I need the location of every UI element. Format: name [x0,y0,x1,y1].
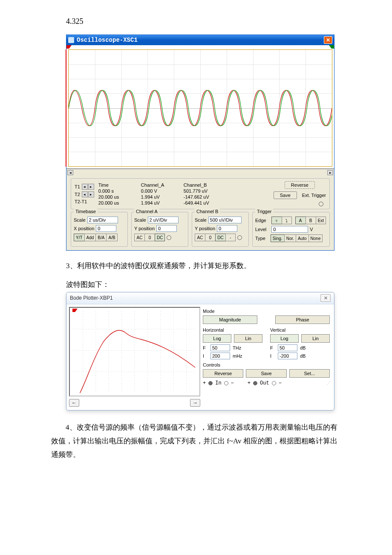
out-plus-port-icon[interactable] [253,381,257,385]
trigger-type-label: Type [255,236,265,241]
close-icon[interactable]: ✕ [324,36,332,44]
trigger-level-label: Level [255,227,266,232]
horiz-log-button[interactable]: Log [203,334,231,343]
bode-nav-right-icon[interactable]: → [190,399,200,407]
timebase-scale-input[interactable]: 2 us/Div [87,217,118,223]
mode-ab-button[interactable]: A/B [106,234,117,241]
trigger-sing-button[interactable]: Sing. [271,234,284,242]
cha-scale-label: Scale [134,217,146,223]
chb-scale-label: Scale [195,217,207,223]
save-button[interactable]: Save [274,191,297,199]
cursor-t2-marker-icon[interactable] [329,45,334,49]
vert-log-button[interactable]: Log [270,334,299,343]
channel-b-group: Channel B Scale 500 uV/Div Y position 0 … [192,212,249,247]
horiz-f-unit: THz [233,345,245,350]
timebase-xpos-input[interactable]: 0 [96,225,116,232]
t2-time: 20.000 us [98,194,137,199]
bode-close-icon[interactable]: ✕ [320,294,331,302]
trigger-nor-button[interactable]: Nor. [284,234,296,242]
phase-button[interactable]: Phase [275,315,330,324]
chb-ypos-input[interactable]: 0 [217,225,237,232]
mode-add-button[interactable]: Add [84,234,96,241]
bode-curve [70,308,199,396]
chb-0-button[interactable]: 0 [205,234,215,241]
timebase-xpos-label: X position [74,226,94,231]
bode-save-button[interactable]: Save [246,369,286,378]
bode-intro-text: 波特图如下： [66,278,341,292]
bode-reverse-button[interactable]: Reverse [203,369,243,378]
ext-trigger-label: Ext. Trigger [302,193,326,198]
magnitude-button[interactable]: Magnitude [203,315,257,324]
vert-f-unit: dB [300,345,313,350]
cursor-t1-marker-icon[interactable] [66,45,72,49]
diff-time: 20.000 us [98,200,137,205]
trigger-src-ext-button[interactable]: Ext [316,217,326,224]
edge-rising-icon[interactable]: ⎀ [271,217,282,224]
vert-i-input[interactable]: -200 [278,353,297,359]
t2-step-left-icon[interactable]: ◂ [82,191,88,197]
vert-f-label: F [270,345,275,350]
horiz-f-label: F [203,345,208,350]
chb-probe-radio[interactable] [237,235,242,240]
out-minus-port-icon[interactable] [272,381,276,385]
horiz-i-label: I [203,353,208,358]
diff-cha: 1.994 uV [141,200,179,205]
diff-chb: -649.441 uV [184,200,222,205]
t1-step-right-icon[interactable]: ▸ [88,184,94,190]
chb-header: Channel_B [184,182,222,188]
oscilloscope-titlebar[interactable]: Oscilloscope-XSC1 ✕ [66,35,334,45]
cha-probe-radio[interactable] [167,235,171,240]
chb-inv-button[interactable]: - [225,234,236,241]
chb-scale-input[interactable]: 500 uV/Div [208,217,242,223]
trigger-src-a-button[interactable]: A [295,217,306,224]
out-label: Out [260,380,269,386]
cha-ac-button[interactable]: AC [134,234,144,241]
oscilloscope-icon [68,37,74,43]
trigger-auto-button[interactable]: Auto [296,234,308,242]
time-header: Time [98,182,137,188]
mode-ba-button[interactable]: B/A [95,234,106,241]
cha-scale-input[interactable]: 2 uV/Div [148,217,179,223]
horiz-f-input[interactable]: 50 [210,344,230,351]
cha-header: Channel_A [141,182,179,188]
cha-ypos-input[interactable]: 0 [156,225,177,232]
t2-cha: 1.994 uV [141,194,179,199]
mode-yt-button[interactable]: Y/T [74,234,84,241]
t2-chb: -147.662 uV [184,194,222,199]
channel-a-group: Channel A Scale 2 uV/Div Y position 0 AC… [131,212,188,247]
bode-set-button[interactable]: Set... [289,369,330,378]
t2-step-right-icon[interactable]: ▸ [88,191,94,197]
vert-f-input[interactable]: 50 [278,344,297,351]
scroll-right-icon[interactable]: ▸ [327,170,333,175]
cursor-t1-label: T1 [75,184,80,189]
edge-falling-icon[interactable]: ⤵ [282,217,292,224]
t1-step-left-icon[interactable]: ◂ [82,184,88,190]
trigger-level-input[interactable]: 0 [271,226,308,233]
oscilloscope-title: Oscilloscope-XSC1 [77,37,138,43]
in-plus-port-icon[interactable] [208,381,213,385]
reverse-button[interactable]: Reverse [285,181,315,189]
cha-dc-button[interactable]: DC [155,234,165,241]
chb-legend: Channel B [195,209,220,214]
bode-nav-left-icon[interactable]: ← [69,399,79,407]
vertical-label: Vertical [270,327,330,332]
chb-ac-button[interactable]: AC [195,234,205,241]
horiz-lin-button[interactable]: Lin [234,334,262,343]
trigger-src-b-button[interactable]: B [306,217,316,224]
scroll-left-icon[interactable]: ◂ [67,170,73,175]
horiz-i-unit: mHz [233,353,245,358]
mode-label: Mode [203,309,330,314]
chb-dc-button[interactable]: DC [215,234,225,241]
cha-0-button[interactable]: 0 [144,234,155,241]
horiz-i-input[interactable]: 200 [210,353,230,359]
in-minus-port-icon[interactable] [224,381,228,385]
cha-ypos-label: Y position [134,226,155,231]
ext-trigger-radio[interactable] [319,202,323,206]
resize-grip-icon[interactable]: ⋰ [326,381,330,386]
bode-window: Bode Plotter-XBP1 ✕ [66,292,334,410]
bode-titlebar[interactable]: Bode Plotter-XBP1 ✕ [66,292,334,304]
trigger-none-button[interactable]: None [308,234,323,242]
chb-ypos-label: Y position [195,226,215,231]
vert-lin-button[interactable]: Lin [301,334,330,343]
horizontal-scrollbar[interactable]: ◂ ▸ [66,169,334,176]
